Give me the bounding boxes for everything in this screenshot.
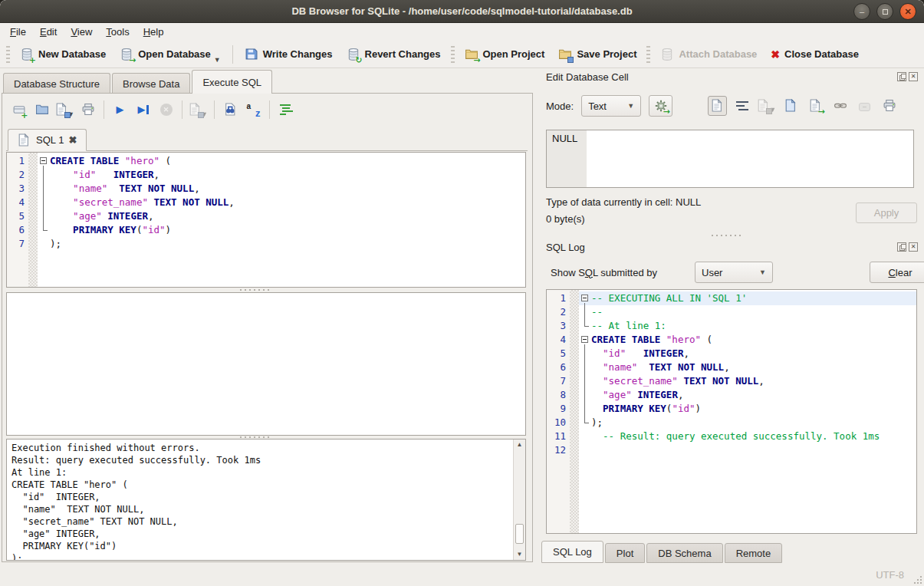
find-replace-button[interactable] (220, 100, 241, 120)
titlebar[interactable]: DB Browser for SQLite - /home/user/code/… (0, 0, 924, 23)
print-sql-button[interactable] (77, 100, 98, 120)
toggle-autocompletion-button[interactable]: az (243, 100, 264, 120)
menubar: FileEditViewToolsHelp (0, 23, 924, 41)
apply-button[interactable]: Apply (856, 202, 917, 223)
code-line-10: 10); (547, 416, 916, 430)
copy-link-button[interactable] (830, 96, 850, 116)
query-results-pane[interactable] (6, 292, 526, 436)
open-in-external-app-button[interactable]: ▼ (757, 96, 776, 116)
folder-arrow-icon: → (465, 48, 478, 61)
float-dock-icon[interactable] (897, 72, 906, 81)
button-label: Revert Changes (365, 48, 441, 60)
cell-editor-toolbar: ▼→− (708, 96, 899, 116)
tab-execute-sql[interactable]: Execute SQL (192, 70, 272, 94)
submitted-by-select[interactable]: User ▼ (695, 262, 773, 283)
dock-splitter[interactable] (712, 234, 741, 237)
menu-edit[interactable]: Edit (33, 25, 64, 39)
close-dock-icon[interactable]: ✕ (909, 72, 918, 81)
fold-marker-icon[interactable] (38, 154, 50, 168)
bottom-tab-sql-log[interactable]: SQL Log (541, 541, 603, 563)
sql-log-title: SQL Log (546, 242, 585, 253)
toolbar-handle[interactable] (6, 46, 10, 63)
button-label: New Database (38, 48, 106, 60)
code-line-2: 2-- (547, 305, 916, 319)
open-database-button[interactable]: →Open Database▼ (113, 43, 228, 66)
scrollbar[interactable]: ▲ ▼ (513, 440, 525, 560)
code-line-3: 3 "name" TEXT NOT NULL, (7, 182, 525, 196)
document-icon (18, 133, 31, 147)
text-view-button[interactable] (708, 96, 727, 116)
edit-cell-dock-header: Edit Database Cell ✕ (546, 70, 918, 84)
menu-file[interactable]: File (3, 25, 33, 39)
save-results-button[interactable]: ▼ (188, 100, 209, 120)
mode-select[interactable]: Text ▼ (581, 95, 641, 117)
open-sql-file-button[interactable] (31, 100, 52, 120)
editor-results-splitter[interactable] (240, 288, 269, 291)
execute-current-line-button[interactable]: ▶ (133, 100, 153, 120)
open-project-button[interactable]: →Open Project (458, 43, 552, 66)
button-label: Save Project (577, 48, 636, 60)
close-tab-icon[interactable]: ✖ (68, 134, 77, 146)
word-wrap-button[interactable] (732, 96, 751, 116)
scroll-down-icon[interactable]: ▼ (514, 549, 525, 560)
edit-cell-title: Edit Database Cell (546, 71, 629, 83)
fold-marker-icon[interactable] (579, 333, 591, 347)
attach-database-button[interactable]: Attach Database (653, 43, 764, 66)
toolbar-handle[interactable] (646, 46, 650, 63)
scroll-thumb[interactable] (515, 524, 524, 544)
database-attach-icon (660, 48, 674, 61)
execution-status-log[interactable]: Execution finished without errors. Resul… (6, 439, 526, 561)
close-dock-icon[interactable]: ✕ (909, 242, 918, 252)
database-arrow-icon: → (120, 48, 133, 61)
menu-tools[interactable]: Tools (99, 25, 136, 39)
mode-label: Mode: (546, 100, 574, 112)
set-null-button[interactable]: − (855, 96, 874, 116)
sql-file-tab-bar: SQL 1 ✖ (6, 128, 528, 151)
bottom-tab-plot[interactable]: Plot (605, 543, 645, 563)
resize-grip[interactable] (911, 573, 922, 584)
bottom-tab-db-schema[interactable]: DB Schema (646, 543, 722, 563)
export-to-file-button[interactable]: → (806, 96, 825, 116)
tab-database-structure[interactable]: Database Structure (3, 73, 110, 94)
write-changes-button[interactable]: Write Changes (238, 43, 340, 66)
print-cell-button[interactable] (880, 96, 899, 116)
execute-sql-pane: +▼▶▶✕▼az SQL 1 ✖ 1CREATE TABLE "hero" (2… (2, 93, 533, 562)
left-panel: Database StructureBrowse DataExecute SQL… (0, 68, 537, 564)
maximize-button[interactable] (876, 3, 893, 20)
toolbar-separator (182, 100, 182, 119)
bottom-tab-remote[interactable]: Remote (725, 543, 783, 563)
save-sql-file-button[interactable]: ▼ (54, 100, 75, 120)
sql-log-view[interactable]: 1-- EXECUTING ALL IN 'SQL 1'2--3-- At li… (546, 289, 917, 534)
clear-log-button[interactable]: Clear (870, 262, 924, 283)
dropdown-caret-icon[interactable]: ▼ (214, 56, 221, 64)
chevron-down-icon: ▼ (627, 102, 634, 110)
sql-code-editor[interactable]: 1CREATE TABLE "hero" (2 "id" INTEGER,3 "… (6, 152, 526, 288)
auto-apply-button[interactable]: → (649, 95, 672, 117)
app-window: DB Browser for SQLite - /home/user/code/… (0, 0, 924, 586)
cell-value-editor[interactable]: NULL (546, 130, 914, 188)
tab-sql-1[interactable]: SQL 1 ✖ (8, 129, 87, 151)
minimize-button[interactable]: – (853, 3, 870, 20)
code-line-7: 7); (7, 237, 525, 251)
revert-changes-button[interactable]: ↻Revert Changes (340, 43, 448, 66)
import-from-file-button[interactable] (781, 96, 801, 116)
stop-execution-button[interactable]: ✕ (156, 100, 176, 120)
format-sql-button[interactable] (275, 100, 296, 120)
close-button[interactable]: ✕ (899, 3, 916, 20)
close-database-button[interactable]: ✖Close Database (764, 43, 866, 66)
float-dock-icon[interactable] (897, 242, 906, 252)
statusbar: UTF-8 (0, 564, 924, 586)
menu-view[interactable]: View (64, 25, 99, 39)
scroll-up-icon[interactable]: ▲ (514, 440, 525, 450)
menu-help[interactable]: Help (136, 25, 171, 39)
code-line-8: 8 "age" INTEGER, (547, 388, 916, 402)
code-line-2: 2 "id" INTEGER, (7, 168, 525, 182)
new-database-button[interactable]: +New Database (13, 43, 113, 66)
new-sql-tab-button[interactable]: + (8, 100, 29, 120)
tab-browse-data[interactable]: Browse Data (112, 73, 190, 94)
toolbar-handle[interactable] (451, 46, 455, 63)
toolbar-separator (232, 45, 233, 64)
fold-marker-icon[interactable] (579, 291, 591, 305)
execute-all-button[interactable]: ▶ (110, 100, 130, 120)
save-project-button[interactable]: Save Project (551, 43, 643, 66)
